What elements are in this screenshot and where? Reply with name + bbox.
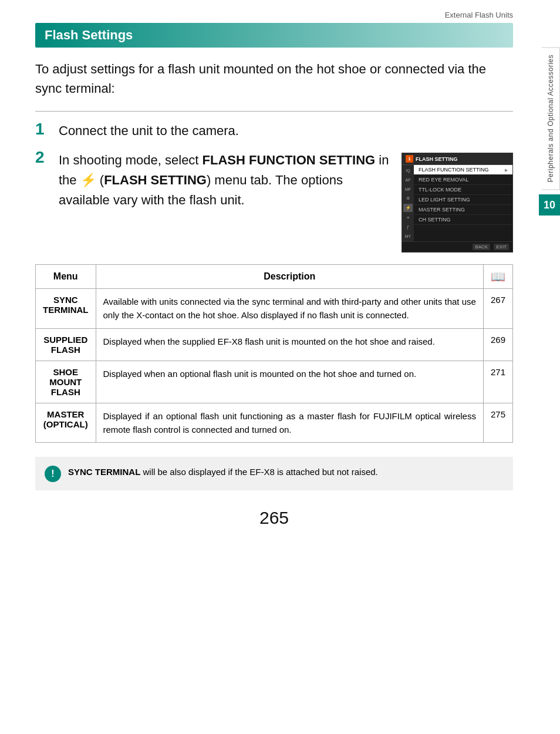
menu-icon-flash: ⚡	[403, 204, 413, 212]
menu-items-list: FLASH FUNCTION SETTING RED EYE REMOVAL T…	[414, 165, 512, 241]
menu-cell-supplied: SUPPLIEDFLASH	[36, 328, 96, 361]
book-icon: 📖	[491, 270, 505, 284]
menu-icon-f: ƒ	[403, 223, 413, 231]
step-1-text: Connect the unit to the camera.	[59, 122, 513, 139]
col-menu-header: Menu	[36, 265, 96, 289]
menu-title-bar: 1 FLASH SETTING	[402, 153, 512, 165]
flash-table: Menu Description 📖 SYNCTERMINAL	[35, 264, 513, 443]
table-row-supplied: SUPPLIEDFLASH Displayed when the supplie…	[36, 328, 513, 361]
sidebar-tab-text: Peripherals and Optional Accessories	[542, 47, 560, 190]
menu-title-text: FLASH SETTING	[416, 156, 458, 162]
menu-item-flash-function: FLASH FUNCTION SETTING	[414, 165, 512, 175]
header-title: Flash Settings	[45, 28, 133, 42]
ref-cell-supplied: 269	[483, 328, 512, 361]
menu-item-master-setting: MASTER SETTING	[414, 205, 512, 215]
menu-title-icon: 1	[406, 155, 413, 163]
menu-item-ch-setting: CH SETTING	[414, 215, 512, 225]
menu-icon-my: MY	[403, 232, 413, 240]
step-2-content: In shooting mode, select FLASH FUNCTION …	[59, 150, 513, 252]
menu-cell-shoe-mount: SHOEMOUNTFLASH	[36, 361, 96, 403]
table-row-shoe-mount: SHOEMOUNTFLASH Displayed when an optiona…	[36, 361, 513, 403]
step-1-content: Connect the unit to the camera.	[59, 122, 513, 139]
menu-cell-sync: SYNCTERMINAL	[36, 289, 96, 329]
menu-left-icons: IQ AF MF ⚙ ⚡ ≡ ƒ MY	[402, 165, 414, 241]
menu-screenshot: 1 FLASH SETTING IQ AF MF ⚙ ⚡ ≡ ƒ	[402, 153, 513, 252]
table-row-master: MASTER(OPTICAL) Displayed if an optional…	[36, 403, 513, 443]
menu-item-led-light: LED LIGHT SETTING	[414, 195, 512, 205]
section-label-text: External Flash Units	[445, 11, 513, 19]
desc-cell-master: Displayed if an optional flash unit func…	[96, 403, 483, 443]
menu-icon-mf: MF	[403, 185, 413, 193]
menu-body: IQ AF MF ⚙ ⚡ ≡ ƒ MY FLA	[402, 165, 512, 241]
menu-icon-iq: IQ	[403, 166, 413, 174]
col-description-header: Description	[96, 265, 483, 289]
desc-cell-sync: Available with units connected via the s…	[96, 289, 483, 329]
desc-cell-shoe-mount: Displayed when an optional flash unit is…	[96, 361, 483, 403]
note-text-rest: will be also displayed if the EF-X8 is a…	[140, 467, 377, 477]
note-box: ! SYNC TERMINAL will be also displayed i…	[35, 457, 513, 490]
menu-cell-master: MASTER(OPTICAL)	[36, 403, 96, 443]
step-2-inner: In shooting mode, select FLASH FUNCTION …	[59, 150, 513, 252]
desc-cell-supplied: Displayed when the supplied EF-X8 flash …	[96, 328, 483, 361]
intro-text: To adjust settings for a flash unit moun…	[35, 59, 513, 98]
ref-cell-sync: 267	[483, 289, 512, 329]
flash-settings-header: Flash Settings	[35, 23, 513, 48]
divider	[35, 111, 513, 112]
menu-icon-menu: ≡	[403, 213, 413, 221]
menu-footer: BACK EXIT	[402, 241, 512, 252]
sidebar-tab-number: 10	[539, 194, 560, 216]
menu-icon-af: AF	[403, 176, 413, 184]
ref-cell-master: 275	[483, 403, 512, 443]
page-container: External Flash Units Flash Settings To a…	[0, 0, 560, 734]
menu-icon-settings: ⚙	[403, 194, 413, 203]
step-2-text: In shooting mode, select FLASH FUNCTION …	[59, 150, 390, 210]
col-book-header: 📖	[483, 265, 512, 289]
note-icon: !	[45, 466, 61, 482]
section-label: External Flash Units	[0, 0, 560, 23]
note-text: SYNC TERMINAL will be also displayed if …	[68, 465, 378, 479]
right-sidebar: Peripherals and Optional Accessories 10	[538, 47, 560, 216]
step-2-number: 2	[35, 148, 59, 167]
menu-item-red-eye: RED EYE REMOVAL	[414, 175, 512, 185]
table-row-sync: SYNCTERMINAL Available with units connec…	[36, 289, 513, 329]
menu-item-ttl-lock: TTL-LOCK MODE	[414, 185, 512, 195]
note-text-bold: SYNC TERMINAL	[68, 467, 140, 477]
ref-cell-shoe-mount: 271	[483, 361, 512, 403]
menu-exit-button: EXIT	[494, 244, 509, 250]
step-2: 2 In shooting mode, select FLASH FUNCTIO…	[35, 150, 513, 252]
menu-back-button: BACK	[473, 244, 490, 250]
page-number: 265	[35, 508, 513, 528]
main-content: Flash Settings To adjust settings for a …	[0, 23, 560, 551]
step-1-number: 1	[35, 120, 59, 139]
step-1: 1 Connect the unit to the camera.	[35, 122, 513, 139]
